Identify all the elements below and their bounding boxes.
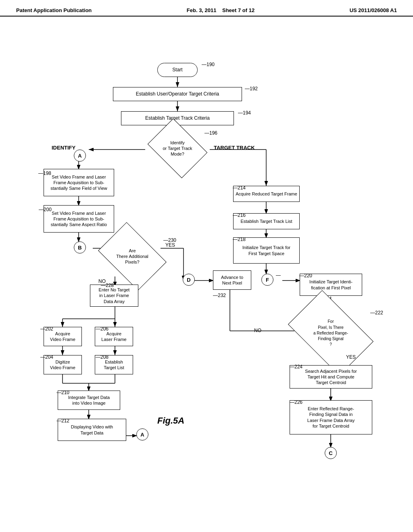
yes-label-230: YES xyxy=(165,242,175,248)
ref-circle-f: — xyxy=(276,272,281,278)
identify-label: IDENTIFY xyxy=(52,145,75,151)
ref-214: —214 xyxy=(233,185,246,191)
ref-224: —224 xyxy=(290,364,302,370)
circle-d: D xyxy=(183,274,195,286)
node-198: Set Video Frame and Laser Frame Acquisit… xyxy=(44,169,114,196)
node-222-diamond: For Pixel, Is There a Reflected Range- F… xyxy=(294,309,367,357)
ref-206: —206 xyxy=(96,326,108,332)
ref-212: —212 xyxy=(56,418,69,424)
node-192: Establish User/Operator Target Criteria xyxy=(113,87,242,101)
ref-204: —204 xyxy=(40,354,53,360)
header-left: Patent Application Publication xyxy=(16,7,92,13)
diagram-area: Start —190 Establish User/Operator Targe… xyxy=(0,17,413,524)
figure-label: Fig.5A xyxy=(157,416,184,426)
ref-194: —194 xyxy=(238,110,251,116)
ref-218: —218 xyxy=(233,237,246,242)
yes-label-222: YES xyxy=(346,354,356,360)
header: Patent Application Publication Feb. 3, 2… xyxy=(0,0,413,17)
ref-222: —222 xyxy=(370,310,383,316)
header-right: US 2011/026008 A1 xyxy=(350,7,397,13)
node-196-diamond: Identify or Target Track Mode? xyxy=(153,130,202,166)
ref-228: —228 xyxy=(101,283,114,288)
header-center: Feb. 3, 2011 Sheet 7 of 12 xyxy=(187,7,254,13)
ref-202: —202 xyxy=(40,326,53,332)
ref-200: —200 xyxy=(39,207,52,212)
ref-220: —220 xyxy=(299,273,312,278)
node-226: Enter Reflected Range- Finding Signal Da… xyxy=(290,400,372,434)
node-232: Advance to Next Pixel xyxy=(213,270,251,290)
circle-a1: A xyxy=(74,150,86,162)
ref-216: —216 xyxy=(233,212,246,218)
ref-192: —192 xyxy=(245,86,258,91)
ref-208: —208 xyxy=(96,354,108,360)
node-230-diamond: Are There Additional Pixels? xyxy=(104,236,161,276)
circle-c: C xyxy=(325,447,337,459)
node-200: Set Video Frame and Laser Frame Acquisit… xyxy=(44,205,114,233)
node-228: Enter No Target in Laser Frame Data Arra… xyxy=(90,285,138,307)
target-track-label: TARGET TRACK xyxy=(214,145,255,151)
ref-210: —210 xyxy=(56,390,69,395)
ref-190: —190 xyxy=(202,62,215,67)
ref-226: —226 xyxy=(290,399,302,405)
ref-198: —198 xyxy=(38,170,51,176)
ref-196: —196 xyxy=(204,130,217,136)
circle-f: F xyxy=(261,274,273,286)
circle-a2: A xyxy=(136,428,148,441)
ref-232: —232 xyxy=(213,293,226,298)
circle-b: B xyxy=(74,241,86,254)
start-node: Start xyxy=(157,63,198,77)
no-label-222: NO xyxy=(254,328,261,333)
